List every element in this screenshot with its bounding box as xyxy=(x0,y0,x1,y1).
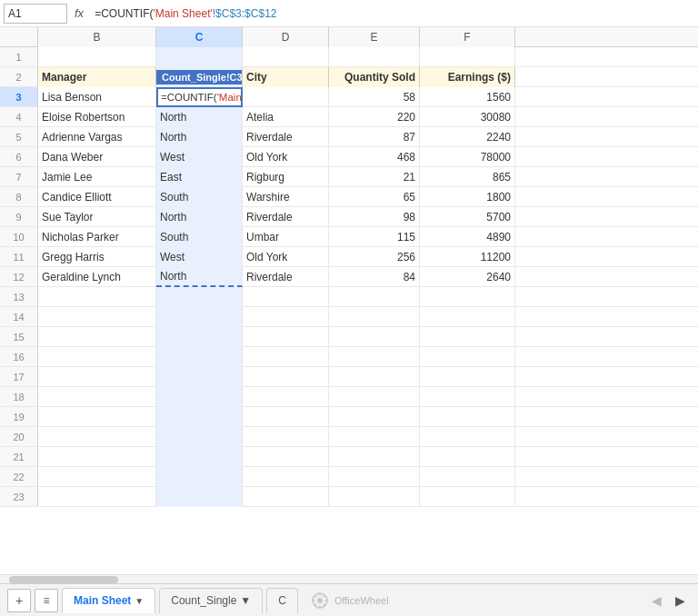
row-number: 11 xyxy=(0,247,38,266)
cell-e12[interactable]: 84 xyxy=(329,267,420,287)
cell-f9[interactable]: 5700 xyxy=(420,207,515,227)
cell-c2[interactable]: Count_Single!C3 xyxy=(156,67,243,87)
cell-e8[interactable]: 65 xyxy=(329,187,420,207)
cell-d4[interactable]: Atelia xyxy=(243,107,329,127)
cell-e9[interactable]: 98 xyxy=(329,207,420,227)
cell-f1[interactable] xyxy=(420,47,515,67)
grid-body: 1 2 Manager Count_Single!C3 City Quantit… xyxy=(0,47,698,574)
cell-e7[interactable]: 21 xyxy=(329,167,420,187)
col-header-d[interactable]: D xyxy=(243,27,329,47)
cell-b9[interactable]: Sue Taylor xyxy=(38,207,156,227)
cell-f11[interactable]: 11200 xyxy=(420,247,515,267)
sheet-menu-button[interactable]: ≡ xyxy=(35,589,58,612)
cell-b5[interactable]: Adrienne Vargas xyxy=(38,127,156,147)
sheet-nav-controls: ◀ ▶ xyxy=(645,590,691,611)
cell-b1[interactable] xyxy=(38,47,156,67)
cell-f5[interactable]: 2240 xyxy=(420,127,515,147)
cell-e3[interactable]: 58 xyxy=(329,87,420,107)
cell-d10[interactable]: Umbar xyxy=(243,227,329,247)
row-number: 3 xyxy=(0,87,38,106)
row-number: 6 xyxy=(0,147,38,166)
row-number: 5 xyxy=(0,127,38,146)
table-row: 5 Adrienne Vargas North Riverdale 87 224… xyxy=(0,127,698,147)
cell-e11[interactable]: 256 xyxy=(329,247,420,267)
cell-f7[interactable]: 865 xyxy=(420,167,515,187)
cell-e5[interactable]: 87 xyxy=(329,127,420,147)
cell-reference-box[interactable]: A1 xyxy=(4,4,67,24)
cell-d11[interactable]: Old York xyxy=(243,247,329,267)
cell-b3[interactable]: Lisa Benson xyxy=(38,87,156,107)
cell-b2[interactable]: Manager xyxy=(38,67,156,87)
add-sheet-button[interactable]: + xyxy=(7,589,31,612)
col-header-c[interactable]: C xyxy=(156,27,243,47)
cell-c12[interactable]: North xyxy=(156,267,243,287)
col-header-e[interactable]: E xyxy=(329,27,420,47)
row-number: 4 xyxy=(0,107,38,126)
nav-next-button[interactable]: ▶ xyxy=(669,590,691,611)
table-row: 3 Lisa Benson =COUNTIF('Main Sheet'!$C$3… xyxy=(0,87,698,107)
cell-f4[interactable]: 30080 xyxy=(420,107,515,127)
table-row: 22 xyxy=(0,467,698,487)
cell-b8[interactable]: Candice Elliott xyxy=(38,187,156,207)
cell-d5[interactable]: Riverdale xyxy=(243,127,329,147)
cell-e13[interactable] xyxy=(329,287,420,307)
cell-e4[interactable]: 220 xyxy=(329,107,420,127)
cell-b7[interactable]: Jamie Lee xyxy=(38,167,156,187)
spreadsheet: B C D E F 1 2 Manager Count_Single!C3 Ci… xyxy=(0,27,698,583)
cell-d9[interactable]: Riverdale xyxy=(243,207,329,227)
cell-d8[interactable]: Warshire xyxy=(243,187,329,207)
cell-f10[interactable]: 4890 xyxy=(420,227,515,247)
cell-c1[interactable] xyxy=(156,47,243,67)
cell-b12[interactable]: Geraldine Lynch xyxy=(38,267,156,287)
cell-e1[interactable] xyxy=(329,47,420,67)
cell-f2[interactable]: Earnings ($) xyxy=(420,67,515,87)
cell-c5[interactable]: North xyxy=(156,127,243,147)
table-row: 13 xyxy=(0,287,698,307)
cell-d1[interactable] xyxy=(243,47,329,67)
cell-d13[interactable] xyxy=(243,287,329,307)
cell-d7[interactable]: Rigburg xyxy=(243,167,329,187)
cell-c13[interactable] xyxy=(156,287,243,307)
column-headers: B C D E F xyxy=(0,27,698,47)
cell-e2[interactable]: Quantity Sold xyxy=(329,67,420,87)
cell-c10[interactable]: South xyxy=(156,227,243,247)
cell-c7[interactable]: East xyxy=(156,167,243,187)
popup-label: Count_Single!C3 xyxy=(156,70,243,84)
cell-b4[interactable]: Eloise Robertson xyxy=(38,107,156,127)
cell-e10[interactable]: 115 xyxy=(329,227,420,247)
col-header-f[interactable]: F xyxy=(420,27,515,47)
svg-line-7 xyxy=(323,603,324,605)
cell-f13[interactable] xyxy=(420,287,515,307)
tab-count-single[interactable]: Count_Single ▼ xyxy=(159,588,263,613)
nav-prev-button[interactable]: ◀ xyxy=(645,590,667,611)
cell-c6[interactable]: West xyxy=(156,147,243,167)
cell-b6[interactable]: Dana Weber xyxy=(38,147,156,167)
cell-c8[interactable]: South xyxy=(156,187,243,207)
tab-bar: + ≡ Main Sheet ▼ Count_Single ▼ C Office… xyxy=(0,583,698,616)
cell-f12[interactable]: 2640 xyxy=(420,267,515,287)
cell-c4[interactable]: North xyxy=(156,107,243,127)
cell-f3[interactable]: 1560 xyxy=(420,87,515,107)
cell-d3[interactable] xyxy=(243,87,329,107)
cell-d2[interactable]: City xyxy=(243,67,329,87)
cell-e6[interactable]: 468 xyxy=(329,147,420,167)
cell-d6[interactable]: Old York xyxy=(243,147,329,167)
corner-header xyxy=(0,27,38,46)
cell-b10[interactable]: Nicholas Parker xyxy=(38,227,156,247)
horizontal-scrollbar[interactable] xyxy=(0,574,698,583)
cell-b13[interactable] xyxy=(38,287,156,307)
cell-c3[interactable]: =COUNTIF('Main Sheet'!$C$3:$C$12 xyxy=(156,87,243,107)
cell-c11[interactable]: West xyxy=(156,247,243,267)
table-row: 12 Geraldine Lynch North Riverdale 84 26… xyxy=(0,267,698,287)
cell-c9[interactable]: North xyxy=(156,207,243,227)
col-header-b[interactable]: B xyxy=(38,27,156,47)
cell-d12[interactable]: Riverdale xyxy=(243,267,329,287)
cell-f8[interactable]: 1800 xyxy=(420,187,515,207)
tab-c[interactable]: C xyxy=(266,588,298,613)
cell-b11[interactable]: Gregg Harris xyxy=(38,247,156,267)
scroll-thumb[interactable] xyxy=(9,576,118,583)
cell-f6[interactable]: 78000 xyxy=(420,147,515,167)
row-number: 8 xyxy=(0,187,38,206)
table-row: 21 xyxy=(0,447,698,467)
tab-main-sheet[interactable]: Main Sheet ▼ xyxy=(62,588,155,613)
